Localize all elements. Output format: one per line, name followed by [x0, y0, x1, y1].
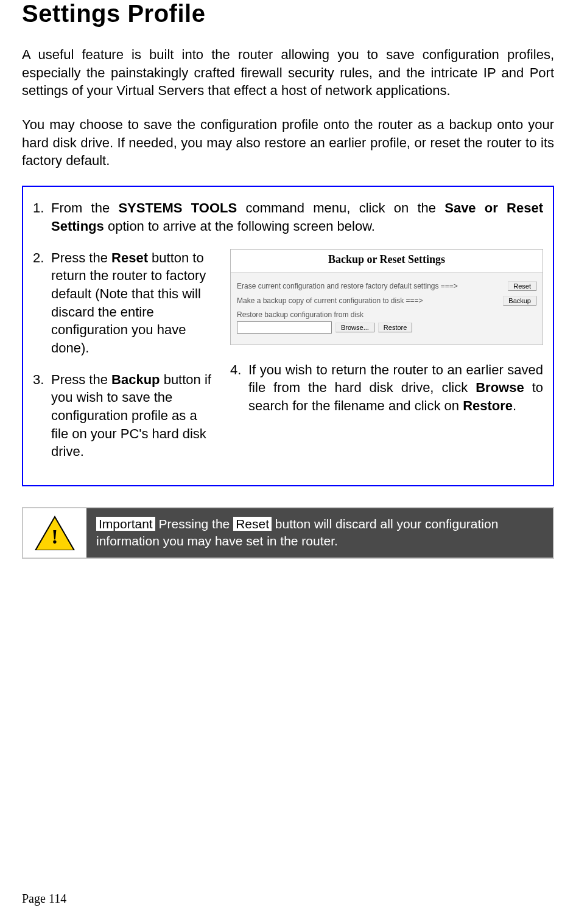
warning-text-a: Pressing the [155, 517, 233, 531]
step-2-text-b: button to return the router to factory d… [51, 250, 206, 355]
step-2-bold-reset: Reset [111, 250, 148, 265]
step-1-text-c: option to arrive at the following screen… [104, 219, 375, 234]
step-4-bold-browse: Browse [476, 380, 524, 395]
screenshot-row-backup: Make a backup copy of current configurat… [237, 293, 536, 308]
browse-button[interactable]: Browse... [335, 323, 374, 332]
step-1-text-b: command menu, click on the [237, 200, 444, 215]
warning-label-important: Important [96, 517, 155, 531]
step-2: 2. Press the Reset button to return the … [33, 249, 216, 357]
step-4-bold-restore: Restore [463, 398, 513, 413]
step-1-bold-systems-tools: SYSTEMS TOOLS [118, 200, 237, 215]
screenshot-row-restore-label: Restore backup configuration from disk [237, 310, 536, 319]
step-4-number: 4. [230, 361, 248, 415]
warning-text: Important Pressing the Reset button will… [86, 508, 553, 558]
embedded-screenshot: Backup or Reset Settings Erase current c… [230, 249, 543, 345]
page-footer: Page 114 [22, 892, 66, 906]
step-1-text-a: From the [51, 200, 118, 215]
reset-button[interactable]: Reset [508, 281, 536, 291]
restore-file-input[interactable] [237, 321, 332, 334]
step-3: 3. Press the Backup button if you wish t… [33, 371, 216, 461]
screenshot-row-restore: Restore backup configuration from disk B… [237, 308, 536, 336]
screenshot-title: Backup or Reset Settings [231, 250, 543, 273]
warning-reset-word: Reset [233, 517, 272, 531]
warning-exclamation: ! [37, 525, 73, 548]
restore-button[interactable]: Restore [378, 323, 413, 332]
step-2-number: 2. [33, 249, 51, 357]
step-1-number: 1. [33, 199, 51, 235]
intro-paragraph-1: A useful feature is built into the route… [22, 46, 554, 100]
instructions-box: 1. From the SYSTEMS TOOLS command menu, … [22, 186, 554, 486]
step-3-text-a: Press the [51, 372, 111, 387]
step-1: 1. From the SYSTEMS TOOLS command menu, … [33, 199, 543, 235]
step-3-bold-backup: Backup [111, 372, 160, 387]
intro-paragraph-2: You may choose to save the configuration… [22, 116, 554, 170]
step-4-text-c: . [513, 398, 516, 413]
page-title: Settings Profile [22, 0, 554, 27]
warning-icon: ! [23, 508, 86, 558]
step-2-text-a: Press the [51, 250, 111, 265]
screenshot-row-backup-label: Make a backup copy of current configurat… [237, 296, 503, 305]
warning-box: ! Important Pressing the Reset button wi… [22, 507, 554, 559]
screenshot-row-reset-label: Erase current configuration and restore … [237, 282, 508, 290]
backup-button[interactable]: Backup [503, 296, 536, 306]
step-3-number: 3. [33, 371, 51, 461]
step-4: 4. If you wish to return the router to a… [230, 361, 543, 415]
screenshot-row-reset: Erase current configuration and restore … [237, 279, 536, 293]
